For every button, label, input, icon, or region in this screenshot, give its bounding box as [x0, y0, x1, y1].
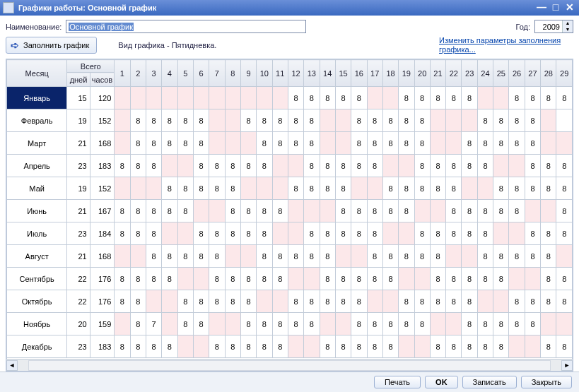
day-cell[interactable]: 8 [430, 268, 445, 290]
day-cell[interactable] [288, 200, 303, 222]
day-cell[interactable] [414, 268, 430, 290]
day-cell[interactable]: 8 [257, 313, 272, 335]
day-cell[interactable] [430, 132, 445, 155]
day-cell[interactable]: 8 [493, 245, 509, 268]
day-cell[interactable]: 8 [272, 200, 288, 222]
month-row[interactable]: Сентябрь22176888888888888888888888 [7, 268, 573, 290]
month-cell[interactable]: Октябрь [7, 290, 67, 313]
day-cell[interactable]: 8 [399, 87, 414, 109]
day-cell[interactable]: 8 [525, 177, 540, 200]
day-cell[interactable] [477, 177, 493, 200]
day-cell[interactable]: 8 [414, 177, 430, 200]
day-cell[interactable]: 8 [477, 109, 493, 132]
day-cell[interactable]: 8 [130, 335, 146, 358]
day-cell[interactable] [335, 109, 351, 132]
day-cell[interactable]: 8 [525, 245, 540, 268]
day-cell[interactable]: 8 [509, 245, 525, 268]
day-cell[interactable] [462, 245, 477, 268]
day-cell[interactable]: 8 [430, 222, 445, 245]
day-cell[interactable] [209, 109, 225, 132]
day-cell[interactable]: 8 [257, 335, 272, 358]
day-cell[interactable]: 8 [335, 155, 351, 177]
day-cell[interactable] [399, 268, 414, 290]
day-cell[interactable]: 7 [146, 313, 161, 335]
month-cell[interactable]: Август [7, 245, 67, 268]
day-cell[interactable] [509, 335, 525, 358]
day-cell[interactable]: 8 [351, 109, 367, 132]
day-cell[interactable]: 8 [382, 109, 398, 132]
day-cell[interactable] [541, 200, 556, 222]
day-cell[interactable]: 8 [193, 177, 209, 200]
day-cell[interactable] [335, 245, 351, 268]
day-cell[interactable] [430, 313, 445, 335]
day-cell[interactable]: 8 [193, 313, 209, 335]
day-cell[interactable] [177, 335, 193, 358]
day-cell[interactable]: 8 [193, 109, 209, 132]
day-cell[interactable]: 8 [509, 200, 525, 222]
day-cell[interactable]: 8 [493, 313, 509, 335]
day-cell[interactable]: 8 [130, 268, 146, 290]
day-cell[interactable]: 8 [414, 87, 430, 109]
day-cell[interactable] [493, 290, 509, 313]
day-cell[interactable]: 8 [209, 222, 225, 245]
close-button[interactable]: ✕ [563, 2, 576, 13]
day-cell[interactable]: 8 [509, 177, 525, 200]
day-cell[interactable]: 8 [556, 290, 573, 313]
day-cell[interactable]: 8 [446, 155, 462, 177]
day-cell[interactable]: 8 [209, 268, 225, 290]
day-cell[interactable]: 8 [382, 200, 398, 222]
day-cell[interactable] [556, 245, 573, 268]
month-row[interactable]: Апрель23183888888888888888888888 [7, 155, 573, 177]
day-cell[interactable]: 8 [367, 222, 382, 245]
day-cell[interactable]: 8 [162, 200, 177, 222]
day-cell[interactable]: 8 [525, 290, 540, 313]
day-cell[interactable]: 8 [430, 87, 445, 109]
day-cell[interactable]: 8 [477, 155, 493, 177]
day-cell[interactable]: 8 [556, 155, 573, 177]
year-input[interactable]: ▲ ▼ [534, 20, 573, 33]
day-cell[interactable]: 8 [414, 313, 430, 335]
day-cell[interactable]: 8 [477, 335, 493, 358]
day-cell[interactable]: 8 [304, 155, 320, 177]
day-cell[interactable] [367, 87, 382, 109]
day-cell[interactable]: 8 [430, 290, 445, 313]
day-cell[interactable] [335, 313, 351, 335]
day-cell[interactable]: 8 [162, 132, 177, 155]
day-cell[interactable]: 8 [288, 177, 303, 200]
day-cell[interactable]: 8 [509, 87, 525, 109]
day-cell[interactable]: 8 [493, 335, 509, 358]
month-cell[interactable]: Январь [7, 87, 67, 109]
day-cell[interactable] [272, 87, 288, 109]
day-cell[interactable]: 8 [320, 245, 335, 268]
day-cell[interactable]: 8 [320, 290, 335, 313]
day-cell[interactable]: 8 [462, 200, 477, 222]
day-cell[interactable]: 8 [146, 132, 161, 155]
day-cell[interactable] [115, 245, 130, 268]
month-row[interactable]: Март211688888888888888888888 [7, 132, 573, 155]
year-spin-up[interactable]: ▲ [562, 20, 573, 27]
day-cell[interactable] [115, 313, 130, 335]
day-cell[interactable]: 8 [399, 177, 414, 200]
day-cell[interactable]: 8 [288, 109, 303, 132]
day-cell[interactable] [288, 335, 303, 358]
day-cell[interactable] [304, 200, 320, 222]
maximize-button[interactable]: □ [549, 2, 562, 13]
day-cell[interactable]: 8 [177, 109, 193, 132]
day-cell[interactable] [146, 177, 161, 200]
day-cell[interactable] [335, 132, 351, 155]
day-cell[interactable]: 8 [414, 222, 430, 245]
day-cell[interactable]: 8 [257, 109, 272, 132]
day-cell[interactable]: 8 [146, 155, 161, 177]
day-cell[interactable] [477, 87, 493, 109]
month-cell[interactable]: Март [7, 132, 67, 155]
day-cell[interactable]: 8 [146, 335, 161, 358]
day-cell[interactable]: 8 [446, 200, 462, 222]
day-cell[interactable]: 8 [272, 313, 288, 335]
month-cell[interactable]: Декабрь [7, 335, 67, 358]
day-cell[interactable]: 8 [446, 290, 462, 313]
day-cell[interactable]: 8 [320, 177, 335, 200]
day-cell[interactable] [525, 200, 540, 222]
year-spin-down[interactable]: ▼ [562, 27, 573, 33]
day-cell[interactable]: 8 [367, 245, 382, 268]
day-cell[interactable]: 8 [240, 290, 256, 313]
